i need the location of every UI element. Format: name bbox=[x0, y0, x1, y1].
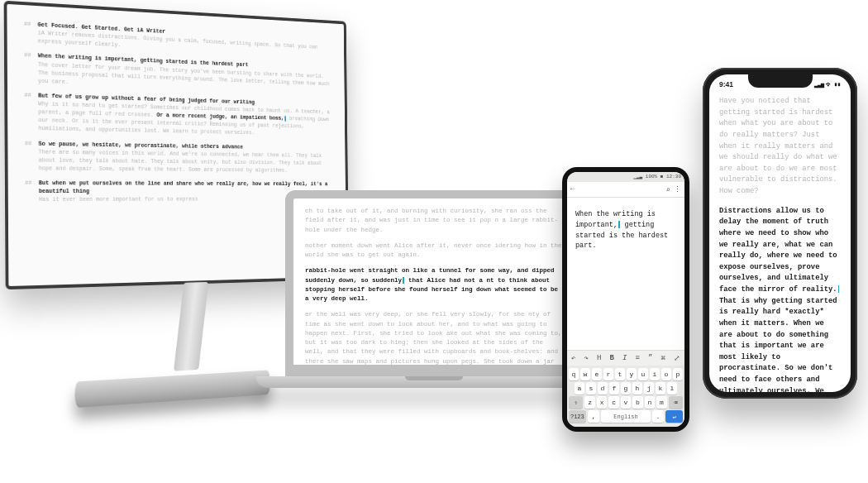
paragraph: There are so many voices in this world. … bbox=[39, 148, 322, 173]
key-enter[interactable]: ↵ bbox=[665, 410, 683, 423]
key-p[interactable]: p bbox=[673, 368, 683, 380]
key-y[interactable]: y bbox=[627, 368, 637, 380]
app-toolbar: ← ⌕ ⋮ bbox=[567, 182, 684, 198]
key-n[interactable]: n bbox=[645, 396, 655, 409]
key-e[interactable]: e bbox=[592, 368, 602, 380]
iphone: 9:41 ▂▃▅ ᯤ ▮▮ Have you noticed that gett… bbox=[703, 68, 857, 399]
focus-sentence: That is why getting started is really ha… bbox=[719, 297, 837, 392]
markdown-hash: ## bbox=[24, 51, 31, 60]
android-phone: ▁▂▃ 100% ■ 12:30 ← ⌕ ⋮ When the writing … bbox=[562, 167, 689, 432]
paragraph: Have you noticed that getting started is… bbox=[719, 96, 841, 198]
key-symbols[interactable]: ?123 bbox=[569, 410, 586, 423]
key-k[interactable]: k bbox=[656, 382, 665, 395]
key-q[interactable]: q bbox=[569, 368, 579, 380]
key-l[interactable]: l bbox=[667, 382, 677, 395]
key-v[interactable]: v bbox=[621, 396, 631, 409]
laptop-editor[interactable]: ch to take out of it, and burning with c… bbox=[285, 190, 583, 376]
key-w[interactable]: w bbox=[580, 368, 590, 380]
key-o[interactable]: o bbox=[661, 368, 671, 380]
markdown-hash: ## bbox=[24, 20, 31, 28]
key-r[interactable]: r bbox=[603, 368, 613, 380]
android-editor[interactable]: When the writing is important, getting s… bbox=[567, 198, 684, 350]
key-m[interactable]: m bbox=[656, 396, 666, 409]
link-button[interactable]: ⌘ bbox=[661, 354, 665, 363]
paragraph: er the well was very deep, or she fell v… bbox=[305, 310, 563, 375]
monitor-stand bbox=[74, 280, 284, 408]
key-a[interactable]: a bbox=[575, 382, 584, 395]
key-period[interactable]: . bbox=[652, 410, 665, 423]
list-button[interactable]: ≡ bbox=[635, 354, 639, 362]
iphone-editor[interactable]: Have you noticed that getting started is… bbox=[709, 93, 851, 392]
redo-icon[interactable]: ↷ bbox=[584, 354, 589, 363]
key-space[interactable]: English bbox=[601, 410, 650, 423]
key-s[interactable]: s bbox=[586, 382, 596, 395]
paragraph: nother moment down went Alice after it, … bbox=[305, 242, 563, 261]
key-j[interactable]: j bbox=[644, 382, 654, 395]
key-x[interactable]: x bbox=[597, 396, 607, 409]
key-h[interactable]: h bbox=[632, 382, 642, 395]
italic-button[interactable]: I bbox=[622, 354, 627, 362]
laptop: ch to take out of it, and burning with c… bbox=[256, 190, 612, 388]
key-u[interactable]: u bbox=[638, 368, 648, 380]
key-t[interactable]: t bbox=[615, 368, 625, 380]
back-icon[interactable]: ← bbox=[570, 185, 575, 194]
key-b[interactable]: b bbox=[632, 396, 642, 409]
key-d[interactable]: d bbox=[598, 382, 608, 395]
markdown-hash: ## bbox=[24, 91, 31, 99]
paragraph: rabbit-hole went straight on like a tunn… bbox=[305, 266, 563, 304]
keyboard: qwertyuiop asdfghjkl ⇧zxcvbnm⌫ ?123 , En… bbox=[567, 366, 684, 427]
heading-button[interactable]: H bbox=[597, 354, 601, 362]
bold-button[interactable]: B bbox=[610, 354, 614, 362]
quote-button[interactable]: ” bbox=[648, 354, 652, 362]
notch bbox=[748, 74, 813, 88]
key-⇧[interactable]: ⇧ bbox=[569, 396, 583, 409]
clock: 9:41 bbox=[719, 80, 733, 88]
text-cursor bbox=[403, 277, 404, 284]
undo-icon[interactable]: ↶ bbox=[571, 354, 575, 363]
paragraph: iA Writer removes distractions. Giving y… bbox=[38, 30, 318, 50]
key-comma[interactable]: , bbox=[588, 410, 600, 423]
search-icon[interactable]: ⌕ bbox=[666, 185, 670, 194]
format-bar: ↶ ↷ H B I ≡ ” ⌘ ⤢ bbox=[567, 350, 684, 366]
key-f[interactable]: f bbox=[609, 382, 619, 395]
paragraph: Has it ever been more important for us t… bbox=[39, 196, 198, 203]
focus-sentence: Distractions allow us to delay the momen… bbox=[719, 207, 837, 294]
status-bar: ▁▂▃ 100% ■ 12:30 bbox=[567, 172, 684, 182]
key-z[interactable]: z bbox=[584, 396, 594, 409]
paragraph: ch to take out of it, and burning with c… bbox=[305, 207, 563, 235]
more-icon[interactable]: ⋮ bbox=[674, 185, 681, 194]
text-cursor bbox=[838, 285, 840, 293]
laptop-base bbox=[256, 376, 612, 388]
paragraph: Distractions allow us to delay the momen… bbox=[719, 206, 841, 392]
markdown-hash: ## bbox=[25, 179, 31, 187]
markdown-hash: ## bbox=[25, 139, 31, 147]
text-cursor bbox=[618, 221, 620, 228]
key-i[interactable]: i bbox=[650, 368, 660, 380]
key-g[interactable]: g bbox=[621, 382, 631, 395]
key-c[interactable]: c bbox=[608, 396, 618, 409]
signal-icons: ▂▃▅ ᯤ ▮▮ bbox=[814, 81, 841, 88]
key-⌫[interactable]: ⌫ bbox=[669, 396, 683, 409]
expand-icon[interactable]: ⤢ bbox=[674, 354, 680, 363]
